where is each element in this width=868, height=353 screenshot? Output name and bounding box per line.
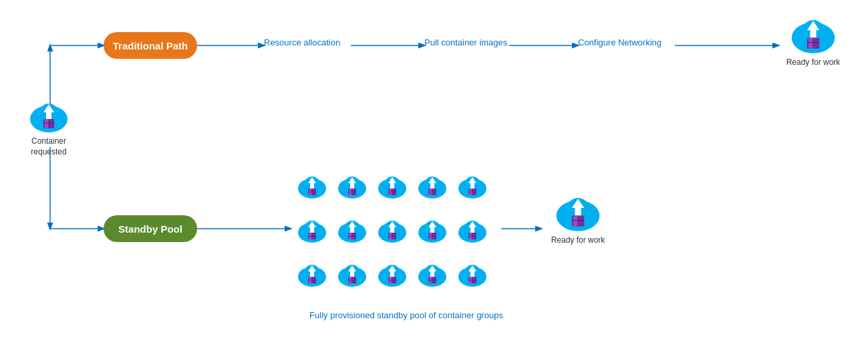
grid-item [294,167,330,207]
svg-rect-32 [573,216,577,227]
grid-item [454,255,490,296]
cloud-icon-bottom-ready [555,193,601,233]
grid-item [454,167,490,207]
grid-item [334,255,370,296]
configure-networking-label: Configure Networking [578,37,662,47]
grid-item [294,255,330,296]
grid-item [294,211,330,251]
traditional-path-pill[interactable]: Traditional Path [104,32,197,59]
standby-pool-grid [294,167,490,296]
fully-provisioned-caption: Fully provisioned standby pool of contai… [303,309,510,322]
cloud-icon-requested [29,99,69,134]
grid-item [374,255,410,296]
svg-rect-16 [45,119,48,128]
grid-item [334,167,370,207]
grid-item [414,167,450,207]
grid-item [414,255,450,296]
grid-item [334,211,370,251]
diagram: Container requested Traditional Path Sta… [0,0,868,353]
ready-for-work-bottom-label: Ready for work [551,235,605,246]
ready-for-work-bottom-icon: Ready for work [545,193,611,246]
ready-for-work-top-label: Ready for work [786,57,841,68]
standby-pool-pill[interactable]: Standby Pool [104,215,197,242]
container-requested-icon: Container requested [19,99,79,157]
container-requested-label: Container requested [19,136,79,157]
cloud-icon-top-ready [790,15,837,55]
grid-item [454,211,490,251]
grid-item [414,211,450,251]
grid-item [374,211,410,251]
resource-allocation-label: Resource allocation [264,37,340,47]
pull-container-images-label: Pull container images [424,37,507,47]
grid-item [374,167,410,207]
ready-for-work-top-icon: Ready for work [780,15,847,68]
svg-rect-24 [809,38,813,49]
